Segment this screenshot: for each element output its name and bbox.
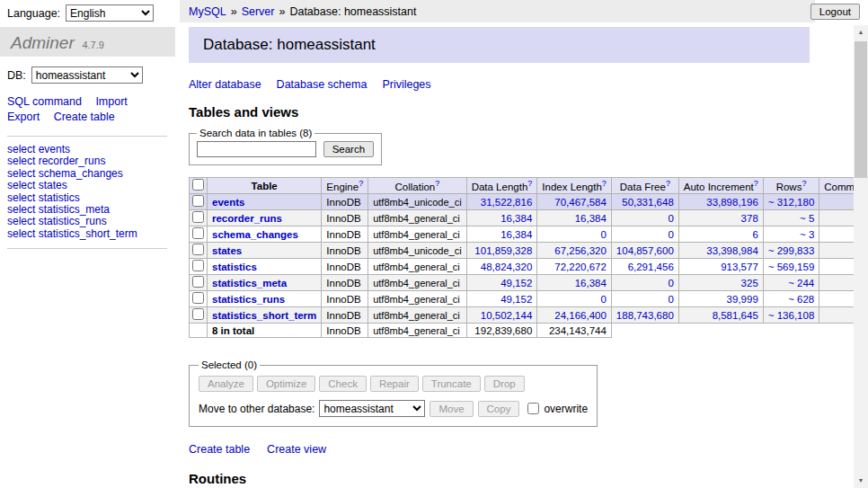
table-name-link[interactable]: schema_changes	[212, 229, 298, 240]
move-database-select[interactable]: homeassistant	[319, 400, 425, 417]
sidebar-table-link-states[interactable]: select states	[7, 180, 167, 191]
sidebar-table-link-schema-changes[interactable]: select schema_changes	[7, 168, 167, 180]
row-checkbox[interactable]	[192, 211, 204, 223]
row-checkbox[interactable]	[192, 260, 204, 271]
table-name-link[interactable]: recorder_runs	[212, 213, 282, 224]
sidebar-table-link-statistics-runs[interactable]: select statistics_runs	[7, 216, 167, 227]
auto-increment-link[interactable]: 6	[752, 229, 757, 240]
row-checkbox[interactable]	[192, 195, 204, 207]
sidebar-table-link-recorder-runs[interactable]: select recorder_runs	[7, 155, 167, 167]
data-length-link[interactable]: 49,152	[500, 294, 532, 305]
data-length-link[interactable]: 31,522,816	[481, 197, 533, 208]
rows-link[interactable]: ~ 3	[800, 229, 814, 240]
index-length-link[interactable]: 24,166,400	[554, 310, 607, 321]
row-checkbox[interactable]	[192, 227, 204, 239]
search-button[interactable]: Search	[323, 141, 374, 157]
table-name-link[interactable]: statistics	[212, 262, 257, 272]
select-all-checkbox[interactable]	[192, 179, 204, 191]
auto-increment-link[interactable]: 39,999	[727, 294, 758, 305]
index-length-link[interactable]: 0	[600, 294, 606, 305]
create-table-link[interactable]: Create table	[189, 443, 250, 456]
rows-link[interactable]: ~ 299,833	[768, 245, 814, 256]
sidebar-link-export[interactable]: Export	[7, 111, 40, 123]
help-icon[interactable]: ?	[754, 179, 758, 188]
scroll-thumb[interactable]	[855, 41, 867, 178]
drop-button[interactable]: Drop	[484, 376, 525, 392]
sidebar-link-sql-command[interactable]: SQL command	[7, 95, 82, 108]
breadcrumb-link-server[interactable]: Server	[242, 5, 275, 18]
table-name-link[interactable]: statistics_runs	[212, 294, 285, 305]
rows-link[interactable]: ~ 628	[788, 294, 814, 305]
logout-button[interactable]: Logout	[810, 4, 860, 20]
auto-increment-link[interactable]: 913,577	[721, 262, 758, 272]
help-icon[interactable]: ?	[802, 179, 806, 188]
scroll-up-icon[interactable]: ▲	[854, 25, 868, 40]
data-length-link[interactable]: 48,824,320	[481, 262, 533, 272]
breadcrumb-link-mysql[interactable]: MySQL	[189, 5, 226, 18]
data-length-link[interactable]: 16,384	[500, 213, 532, 224]
scroll-down-icon[interactable]: ▼	[854, 474, 868, 488]
data-free-link[interactable]: 50,331,648	[622, 197, 674, 208]
table-name-link[interactable]: statistics_meta	[212, 278, 287, 288]
move-button[interactable]: Move	[430, 401, 473, 417]
sidebar-link-create-table[interactable]: Create table	[54, 111, 115, 123]
row-checkbox[interactable]	[192, 244, 204, 255]
truncate-button[interactable]: Truncate	[422, 376, 481, 392]
repair-button[interactable]: Repair	[370, 376, 419, 392]
analyze-button[interactable]: Analyze	[199, 376, 253, 392]
sidebar-table-link-events[interactable]: select events	[7, 144, 167, 155]
data-free-link[interactable]: 0	[668, 294, 673, 305]
optimize-button[interactable]: Optimize	[257, 376, 315, 392]
database-schema-link[interactable]: Database schema	[277, 78, 368, 91]
rows-link[interactable]: ~ 5	[800, 213, 814, 224]
copy-button[interactable]: Copy	[478, 401, 520, 417]
auto-increment-link[interactable]: 378	[741, 213, 758, 224]
help-icon[interactable]: ?	[527, 179, 532, 188]
rows-link[interactable]: ~ 312,180	[768, 197, 814, 208]
db-select[interactable]: homeassistant	[31, 67, 143, 84]
auto-increment-link[interactable]: 8,581,645	[713, 310, 758, 321]
alter-database-link[interactable]: Alter database	[189, 78, 261, 91]
index-length-link[interactable]: 70,467,584	[554, 197, 607, 208]
data-length-link[interactable]: 49,152	[500, 278, 532, 288]
create-view-link[interactable]: Create view	[267, 443, 326, 456]
data-length-link[interactable]: 101,859,328	[474, 245, 532, 256]
sidebar-link-import[interactable]: Import	[95, 95, 127, 108]
index-length-link[interactable]: 0	[600, 229, 606, 240]
data-free-link[interactable]: 188,743,680	[616, 310, 674, 321]
check-button[interactable]: Check	[319, 376, 367, 392]
help-icon[interactable]: ?	[359, 179, 363, 188]
table-name-link[interactable]: states	[212, 245, 242, 256]
index-length-link[interactable]: 16,384	[575, 278, 607, 288]
search-input[interactable]	[197, 141, 316, 157]
privileges-link[interactable]: Privileges	[382, 78, 430, 91]
data-free-link[interactable]: 0	[668, 278, 673, 288]
data-free-link[interactable]: 104,857,600	[616, 245, 674, 256]
help-icon[interactable]: ?	[602, 179, 607, 188]
index-length-link[interactable]: 16,384	[575, 213, 607, 224]
row-checkbox[interactable]	[192, 292, 204, 304]
help-icon[interactable]: ?	[435, 179, 439, 188]
scrollbar[interactable]: ▲ ▼	[854, 25, 868, 488]
row-checkbox[interactable]	[192, 276, 204, 288]
sidebar-table-link-statistics-short-term[interactable]: select statistics_short_term	[7, 228, 167, 240]
sidebar-table-link-statistics[interactable]: select statistics	[7, 192, 167, 204]
help-icon[interactable]: ?	[666, 179, 670, 188]
index-length-link[interactable]: 72,220,672	[554, 262, 607, 272]
rows-link[interactable]: ~ 569,159	[768, 262, 814, 272]
rows-link[interactable]: ~ 136,108	[768, 310, 814, 321]
data-free-link[interactable]: 6,291,456	[628, 262, 674, 272]
data-length-link[interactable]: 16,384	[500, 229, 532, 240]
auto-increment-link[interactable]: 33,898,196	[706, 197, 758, 208]
auto-increment-link[interactable]: 33,398,984	[706, 245, 758, 256]
overwrite-checkbox[interactable]	[527, 403, 539, 414]
sidebar-table-link-statistics-meta[interactable]: select statistics_meta	[7, 204, 167, 216]
index-length-link[interactable]: 67,256,320	[554, 245, 607, 256]
language-select[interactable]: English	[66, 4, 154, 22]
data-free-link[interactable]: 0	[668, 213, 673, 224]
row-checkbox[interactable]	[192, 308, 204, 320]
auto-increment-link[interactable]: 325	[741, 278, 758, 288]
data-free-link[interactable]: 0	[668, 229, 673, 240]
rows-link[interactable]: ~ 244	[788, 278, 814, 288]
table-name-link[interactable]: statistics_short_term	[212, 310, 316, 321]
